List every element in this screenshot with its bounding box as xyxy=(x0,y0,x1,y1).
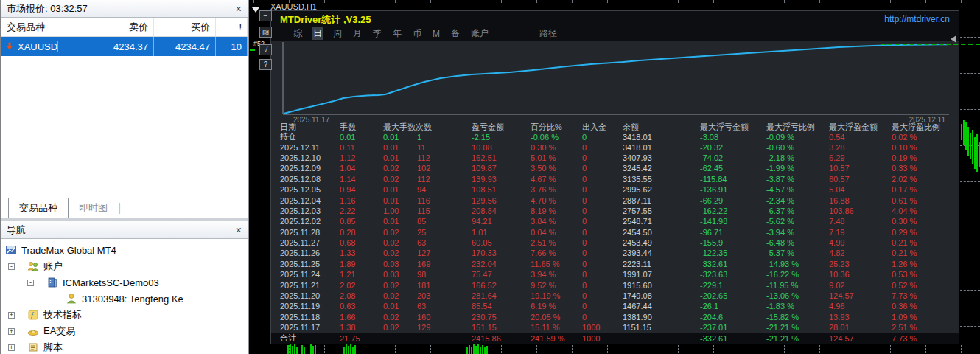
stats-cell: 2887.11 xyxy=(623,196,700,205)
stats-cell: 4.99 xyxy=(829,238,892,247)
stats-column-header: 最大浮盈比例 xyxy=(892,122,959,133)
tree-item-ea[interactable]: +EA交易 xyxy=(1,323,248,339)
expand-icon[interactable]: + xyxy=(8,312,15,319)
stats-cell: 7.19 xyxy=(829,228,892,237)
panel-minimize-button[interactable]: − xyxy=(259,10,272,21)
tree-item-indicator[interactable]: +f技术指标 xyxy=(1,307,248,323)
collapse-icon[interactable]: - xyxy=(27,280,34,286)
candle-fragment xyxy=(348,346,349,354)
grid-line xyxy=(360,345,361,353)
candle-fragment xyxy=(294,344,295,354)
stats-cell: 2025.11.17 xyxy=(271,323,340,332)
grid-line xyxy=(324,0,325,3)
tree-item-mt4-logo[interactable]: TradeMax Global MT4 xyxy=(1,242,248,258)
candle-fragment xyxy=(343,347,345,354)
close-icon[interactable]: × xyxy=(236,225,242,235)
stats-header: MTDriver统计 ,V3.25 http://mtdriver.cn 综日周… xyxy=(271,11,959,41)
candle-fragment xyxy=(976,134,978,172)
stats-menu-item[interactable]: 月 xyxy=(351,27,363,40)
stats-cell: -62.45 xyxy=(700,164,766,173)
stats-column-header: 百分比% xyxy=(531,122,582,133)
tree-item-label: 脚本 xyxy=(43,341,63,354)
stats-cell: 0.02 xyxy=(383,249,417,257)
stats-cell: 103.86 xyxy=(829,206,892,215)
stats-cell: 0.01 xyxy=(383,153,417,162)
stats-cell: 0.68 xyxy=(340,238,383,247)
stats-cell: -1.99 % xyxy=(766,164,829,173)
tree-item-server[interactable]: -ICMarketsSC-Demo03 xyxy=(1,274,248,291)
stats-menu-item[interactable]: 季 xyxy=(371,27,383,40)
stats-cell: 0.29 % xyxy=(892,228,959,237)
grid-line xyxy=(961,345,962,353)
tab-tick-chart[interactable]: 即时图 xyxy=(69,198,118,218)
grid-line xyxy=(960,37,980,38)
stats-cell: 0 xyxy=(582,185,623,194)
stats-cell: 1.00 xyxy=(383,206,417,215)
column-spread[interactable]: ! xyxy=(216,18,248,36)
close-icon[interactable]: × xyxy=(236,4,242,14)
chevron-down-icon[interactable] xyxy=(252,7,259,13)
stats-cell: 98 xyxy=(417,270,472,279)
stats-menu-item[interactable]: M xyxy=(431,29,441,39)
stats-cell: 0.21 % xyxy=(892,249,959,257)
candle-fragment xyxy=(287,345,289,354)
stats-cell: -3.94 % xyxy=(766,228,829,237)
stats-menu-item[interactable]: 日 xyxy=(312,27,323,40)
stats-cell: 0.02 xyxy=(383,238,417,247)
stats-cell: 3245.42 xyxy=(623,164,700,173)
column-symbol[interactable]: 交易品种 xyxy=(1,18,94,36)
candle-fragment xyxy=(475,346,477,354)
tab-symbols[interactable]: 交易品种 xyxy=(8,198,69,219)
grid-line xyxy=(501,345,503,353)
stats-cell: -13.06 % xyxy=(766,291,829,300)
stats-menu-path[interactable]: 路径 xyxy=(539,27,557,40)
stats-title: MTDriver统计 ,V3.25 xyxy=(280,13,371,27)
stats-menu-item[interactable]: 账户 xyxy=(469,27,490,40)
buy-price: 4234.47 xyxy=(154,37,216,56)
grid-line xyxy=(501,0,502,3)
stats-url-link[interactable]: http://mtdriver.cn xyxy=(884,14,950,24)
mt4-logo-icon xyxy=(5,244,17,256)
stats-column-header: 最大手数次数 xyxy=(383,122,472,133)
stats-cell: -1.83 % xyxy=(766,302,829,310)
symbol-row-xauusd[interactable]: XAUUSD 4234.37 4234.47 10 xyxy=(1,37,248,56)
stats-menu-item[interactable]: 年 xyxy=(391,27,403,40)
expand-icon[interactable]: + xyxy=(8,344,15,351)
expand-icon[interactable]: + xyxy=(8,328,15,335)
tree-item-label: 账户 xyxy=(43,260,63,273)
stats-menu-item[interactable]: 币 xyxy=(411,27,423,40)
candle-fragment xyxy=(473,344,475,354)
tree-item-accounts[interactable]: -账户 xyxy=(1,258,248,274)
tree-item-user[interactable]: 31303948: Tengteng Ke xyxy=(1,291,248,307)
market-watch-header: 交易品种 卖价 买价 ! xyxy=(1,18,248,37)
stats-cell: -4.57 % xyxy=(766,185,829,194)
grid-line xyxy=(253,0,254,3)
stats-cell: -11.95 % xyxy=(766,281,829,290)
stats-cell: 0.36 % xyxy=(892,302,959,310)
stats-cell: 2.08 xyxy=(340,291,383,300)
collapse-icon[interactable]: - xyxy=(8,263,15,270)
accounts-icon xyxy=(27,260,39,272)
panel-check-button[interactable]: √ xyxy=(259,44,272,55)
stats-cell: 2025.11.26 xyxy=(271,249,340,257)
stats-cell: -204.6 xyxy=(700,313,766,322)
stats-cell: -21.21 % xyxy=(766,323,829,332)
candle-fragment xyxy=(312,346,314,354)
column-sell[interactable]: 卖价 xyxy=(94,18,154,36)
column-buy[interactable]: 买价 xyxy=(154,18,216,36)
stats-cell: 4.70 % xyxy=(531,196,582,205)
stats-cell: 75.47 xyxy=(472,270,531,279)
stats-menu-item[interactable]: 备 xyxy=(449,27,461,40)
stats-menu-item[interactable]: 综 xyxy=(292,27,304,40)
stats-cell: -6.48 % xyxy=(766,238,829,247)
stats-menu-item[interactable]: 周 xyxy=(332,27,343,40)
stats-row: 2025.12.110.110.011110.080.30 %03418.01-… xyxy=(271,142,959,152)
stats-cell: 2757.55 xyxy=(623,206,700,215)
panel-pattern-button[interactable]: ▨ xyxy=(259,27,272,38)
stats-cell: 2.51 % xyxy=(531,238,582,247)
tree-item-script[interactable]: +脚本 xyxy=(1,339,248,354)
stats-cell: 3.50 % xyxy=(531,164,582,173)
stats-cell: 2025.12.05 xyxy=(271,185,340,194)
stats-row: 2025.12.091.040.02102109.873.50 %03245.4… xyxy=(271,163,959,173)
panel-help-button[interactable]: ? xyxy=(259,59,272,70)
